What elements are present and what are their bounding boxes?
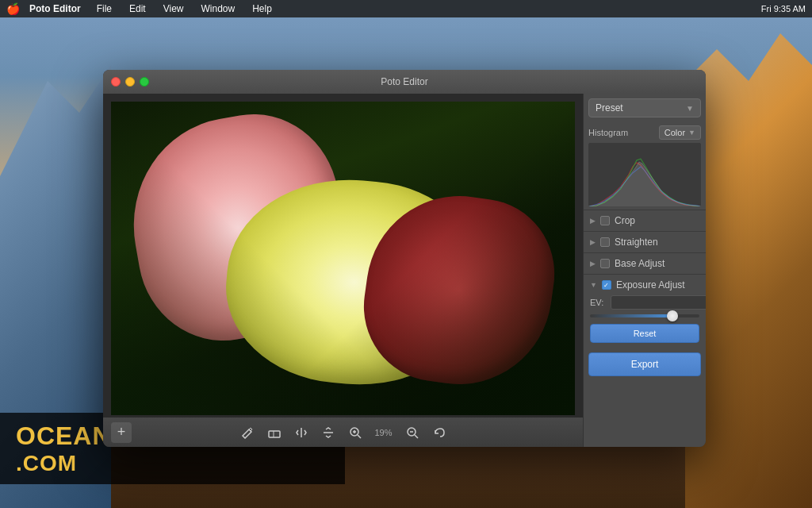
histogram-section: Histogram Color ▼	[584, 122, 706, 210]
base-adjust-triangle-icon: ▶	[590, 260, 596, 267]
right-panel: Preset ▼ Histogram Color ▼	[583, 94, 706, 447]
menubar-edit[interactable]: Edit	[126, 3, 149, 14]
canvas-area: +	[103, 94, 583, 447]
window-body: +	[103, 94, 706, 447]
flip-horizontal-tool[interactable]	[291, 422, 312, 443]
app-window: Poto Editor +	[103, 70, 706, 447]
crop-checkbox[interactable]	[600, 216, 610, 225]
crop-title: Crop	[615, 215, 635, 226]
reset-button[interactable]: Reset	[590, 324, 699, 343]
close-button[interactable]	[111, 77, 121, 87]
traffic-lights	[111, 77, 149, 87]
histogram-canvas	[588, 143, 701, 206]
zoom-out-tool[interactable]	[402, 422, 423, 443]
straighten-checkbox[interactable]	[600, 237, 610, 247]
zoom-in-tool[interactable]	[345, 422, 366, 443]
undo-tool[interactable]	[429, 422, 450, 443]
maximize-button[interactable]	[140, 77, 149, 87]
eraser-tool[interactable]	[264, 422, 285, 443]
base-adjust-checkbox[interactable]	[600, 259, 610, 268]
watermark-ocean: OCEAN	[16, 421, 112, 450]
base-adjust-title: Base Adjust	[615, 258, 665, 269]
exposure-adjust-header[interactable]: ▼ Exposure Adjust	[590, 279, 699, 291]
base-adjust-header[interactable]: ▶ Base Adjust	[590, 258, 699, 269]
ev-input[interactable]	[611, 295, 706, 310]
menubar-help[interactable]: Help	[249, 3, 275, 14]
preset-label: Preset	[596, 102, 623, 114]
menubar-file[interactable]: File	[94, 3, 115, 14]
crop-section: ▶ Crop	[584, 210, 706, 231]
exposure-triangle-icon: ▼	[590, 281, 597, 289]
title-bar: Poto Editor	[103, 70, 706, 94]
ev-slider-track	[590, 314, 699, 318]
exposure-checkbox[interactable]	[602, 280, 611, 290]
apple-menu[interactable]: 🍎	[6, 2, 20, 15]
straighten-header[interactable]: ▶ Straighten	[590, 237, 699, 248]
menubar-time: Fri 9:35 AM	[761, 4, 806, 13]
crop-triangle-icon: ▶	[590, 217, 596, 225]
base-adjust-section: ▶ Base Adjust	[584, 252, 706, 274]
ev-label: EV:	[590, 298, 606, 307]
menubar-window[interactable]: Window	[198, 3, 239, 14]
straighten-triangle-icon: ▶	[590, 238, 596, 246]
crop-header[interactable]: ▶ Crop	[590, 215, 699, 226]
window-title: Poto Editor	[381, 76, 427, 87]
add-button[interactable]: +	[111, 422, 132, 443]
zoom-value: 19%	[372, 428, 396, 437]
exposure-title: Exposure Adjust	[616, 279, 685, 291]
histogram-header: Histogram Color ▼	[588, 125, 701, 140]
histogram-color-label: Color	[665, 128, 685, 137]
ev-slider-thumb[interactable]	[667, 310, 678, 321]
preset-arrow-icon: ▼	[686, 104, 694, 113]
exposure-adjust-section: ▼ Exposure Adjust EV: Reset	[584, 274, 706, 348]
straighten-section: ▶ Straighten	[584, 231, 706, 252]
watermark-line2: .COM	[16, 451, 345, 476]
brush-tool[interactable]	[237, 422, 258, 443]
histogram-title: Histogram	[588, 128, 628, 137]
ev-row: EV:	[590, 295, 699, 310]
exposure-content: EV: Reset	[590, 291, 699, 343]
preset-dropdown[interactable]: Preset ▼	[588, 98, 701, 117]
svg-rect-0	[269, 431, 280, 437]
menubar-app-name[interactable]: Poto Editor	[29, 3, 81, 14]
histogram-dropdown-arrow: ▼	[688, 129, 695, 137]
straighten-title: Straighten	[615, 237, 658, 248]
flip-vertical-tool[interactable]	[318, 422, 339, 443]
histogram-color-dropdown[interactable]: Color ▼	[659, 125, 701, 140]
canvas-toolbar: +	[103, 417, 583, 447]
menubar-items: File Edit View Window Help	[94, 3, 761, 14]
menubar-right: Fri 9:35 AM	[761, 4, 806, 13]
minimize-button[interactable]	[125, 77, 135, 87]
export-button[interactable]: Export	[588, 352, 701, 376]
photo-container	[111, 102, 575, 415]
photo-display	[111, 102, 575, 415]
menubar: 🍎 Poto Editor File Edit View Window Help…	[0, 0, 812, 17]
menubar-view[interactable]: View	[160, 3, 187, 14]
